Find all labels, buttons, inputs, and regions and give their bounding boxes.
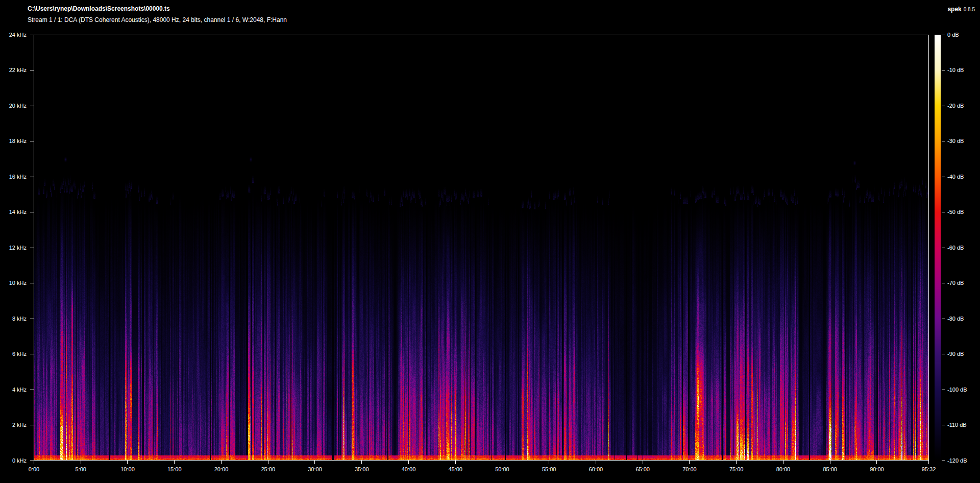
db-tick bbox=[942, 461, 945, 461]
db-tick bbox=[942, 141, 945, 141]
freq-tick bbox=[30, 461, 34, 461]
db-tick-label: 0 dB bbox=[947, 32, 959, 38]
time-tick-label: 45:00 bbox=[439, 466, 472, 473]
db-tick bbox=[942, 35, 945, 35]
db-tick bbox=[942, 248, 945, 248]
db-tick-label: -30 dB bbox=[947, 138, 964, 144]
db-tick bbox=[942, 319, 945, 319]
freq-tick-label: 12 kHz bbox=[0, 245, 27, 251]
spectrogram-plot bbox=[34, 35, 929, 461]
app-version: 0.8.5 bbox=[964, 7, 975, 12]
db-tick bbox=[942, 106, 945, 106]
freq-tick-label: 14 kHz bbox=[0, 209, 27, 215]
db-tick bbox=[942, 425, 945, 425]
freq-tick bbox=[30, 248, 34, 248]
time-tick-label: 0:00 bbox=[18, 466, 51, 473]
db-tick bbox=[942, 70, 945, 70]
db-tick bbox=[942, 212, 945, 212]
freq-tick-label: 10 kHz bbox=[0, 280, 27, 286]
time-tick-label: 80:00 bbox=[767, 466, 799, 473]
freq-tick-label: 8 kHz bbox=[0, 316, 27, 322]
time-tick bbox=[596, 461, 596, 464]
time-tick-label: 5:00 bbox=[64, 466, 97, 473]
freq-tick-label: 18 kHz bbox=[0, 138, 27, 144]
time-tick bbox=[928, 461, 929, 464]
db-tick bbox=[942, 390, 945, 390]
time-tick-label: 60:00 bbox=[579, 466, 612, 473]
db-tick-label: -100 dB bbox=[947, 387, 967, 393]
freq-tick bbox=[30, 141, 34, 141]
freq-tick-label: 0 kHz bbox=[0, 457, 27, 464]
time-tick-label: 50:00 bbox=[486, 466, 519, 473]
db-tick-label: -20 dB bbox=[947, 103, 964, 109]
db-tick-label: -60 dB bbox=[947, 245, 964, 251]
time-tick-label: 15:00 bbox=[158, 466, 191, 473]
time-tick bbox=[783, 461, 783, 464]
time-tick bbox=[876, 461, 877, 464]
time-tick bbox=[408, 461, 409, 464]
freq-tick bbox=[30, 319, 34, 319]
db-tick bbox=[942, 283, 945, 283]
time-tick bbox=[736, 461, 737, 464]
time-tick bbox=[127, 461, 128, 464]
freq-tick bbox=[30, 212, 34, 212]
freq-tick-label: 22 kHz bbox=[0, 67, 27, 74]
db-tick-label: -90 dB bbox=[947, 351, 964, 357]
db-tick-label: -40 dB bbox=[947, 174, 964, 180]
app-brand: spek0.8.5 bbox=[947, 6, 975, 13]
time-tick bbox=[314, 461, 315, 464]
freq-tick-label: 16 kHz bbox=[0, 174, 27, 180]
time-tick-label: 95:32 bbox=[912, 466, 945, 473]
time-tick-label: 70:00 bbox=[673, 466, 706, 473]
freq-tick-label: 24 kHz bbox=[0, 32, 27, 38]
file-path-title: C:\Users\rynep\Downloads\Screenshots\000… bbox=[28, 5, 170, 12]
time-tick bbox=[689, 461, 690, 464]
time-tick bbox=[455, 461, 456, 464]
app-name: spek bbox=[947, 6, 961, 13]
time-tick bbox=[221, 461, 222, 464]
freq-tick bbox=[30, 283, 34, 283]
time-tick-label: 40:00 bbox=[392, 466, 425, 473]
freq-tick bbox=[30, 35, 34, 35]
spek-window: { "header": { "file_path": "C:\\Users\\r… bbox=[0, 0, 980, 483]
spectrogram-canvas bbox=[34, 35, 928, 460]
legend-gradient-bar bbox=[935, 35, 941, 461]
db-tick-label: -80 dB bbox=[947, 316, 964, 322]
freq-tick bbox=[30, 354, 34, 354]
time-tick-label: 30:00 bbox=[299, 466, 331, 473]
time-tick-label: 20:00 bbox=[205, 466, 237, 473]
time-tick-label: 90:00 bbox=[861, 466, 893, 473]
time-tick-label: 55:00 bbox=[533, 466, 566, 473]
time-tick-label: 35:00 bbox=[346, 466, 378, 473]
freq-tick bbox=[30, 390, 34, 390]
freq-tick bbox=[30, 177, 34, 177]
freq-tick-label: 20 kHz bbox=[0, 103, 27, 109]
time-tick-label: 65:00 bbox=[626, 466, 659, 473]
time-tick bbox=[361, 461, 362, 464]
time-tick-label: 75:00 bbox=[720, 466, 753, 473]
time-tick bbox=[830, 461, 830, 464]
freq-tick bbox=[30, 70, 34, 70]
freq-tick-label: 6 kHz bbox=[0, 351, 27, 357]
time-tick-label: 25:00 bbox=[252, 466, 284, 473]
stream-info: Stream 1 / 1: DCA (DTS Coherent Acoustic… bbox=[28, 16, 287, 23]
freq-tick-label: 4 kHz bbox=[0, 387, 27, 393]
db-tick bbox=[942, 177, 945, 177]
time-tick bbox=[643, 461, 643, 464]
time-tick bbox=[549, 461, 549, 464]
db-tick-label: -120 dB bbox=[947, 457, 967, 464]
freq-tick-label: 2 kHz bbox=[0, 422, 27, 428]
freq-tick bbox=[30, 106, 34, 106]
db-tick-label: -10 dB bbox=[947, 67, 964, 74]
time-tick bbox=[502, 461, 502, 464]
db-tick bbox=[942, 354, 945, 354]
db-tick-label: -110 dB bbox=[947, 422, 967, 428]
time-tick bbox=[268, 461, 268, 464]
time-tick-label: 85:00 bbox=[814, 466, 846, 473]
db-tick-label: -50 dB bbox=[947, 209, 964, 215]
time-tick bbox=[174, 461, 175, 464]
time-tick-label: 10:00 bbox=[111, 466, 144, 473]
time-tick bbox=[81, 461, 81, 464]
time-tick bbox=[34, 461, 34, 464]
freq-tick bbox=[30, 425, 34, 425]
